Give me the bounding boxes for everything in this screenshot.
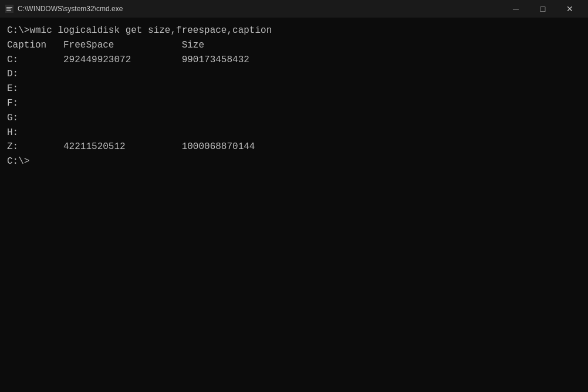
console-output[interactable]: C:\>wmic logicaldisk get size,freespace,… — [0, 18, 588, 392]
app-icon — [5, 4, 14, 13]
console-line: Caption FreeSpace Size — [7, 38, 581, 53]
close-button[interactable]: ✕ — [556, 0, 583, 18]
title-bar: C:\WINDOWS\system32\cmd.exe ─ □ ✕ — [0, 0, 588, 18]
console-line: C:\> — [7, 154, 581, 169]
close-icon: ✕ — [566, 5, 573, 13]
maximize-icon: □ — [540, 5, 545, 13]
console-line: G: — [7, 111, 581, 126]
console-line: D: — [7, 67, 581, 82]
minimize-button[interactable]: ─ — [502, 0, 529, 18]
minimize-icon: ─ — [513, 5, 519, 13]
console-line: C:\>wmic logicaldisk get size,freespace,… — [7, 23, 581, 38]
console-line: E: — [7, 82, 581, 96]
maximize-button[interactable]: □ — [529, 0, 556, 18]
window-title: C:\WINDOWS\system32\cmd.exe — [18, 5, 502, 13]
console-line: F: — [7, 96, 581, 111]
console-line: H: — [7, 126, 581, 140]
svg-rect-3 — [6, 10, 11, 11]
console-line: C: 292449923072 990173458432 — [7, 53, 581, 67]
svg-rect-1 — [6, 7, 12, 8]
console-line: Z: 42211520512 1000068870144 — [7, 140, 581, 154]
window-controls: ─ □ ✕ — [502, 0, 583, 18]
svg-rect-2 — [6, 9, 11, 9]
